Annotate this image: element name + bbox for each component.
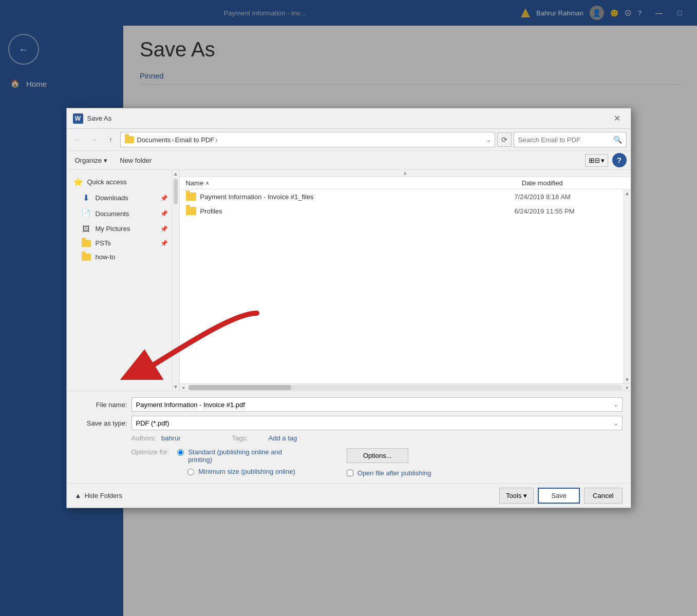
sidebar-item-my-pictures[interactable]: 🖼 My Pictures 📌 [67,221,172,236]
hide-folders-button[interactable]: ▲ Hide Folders [75,492,123,499]
file-list-area: Payment Information - Invoice #1_files 7… [180,189,631,383]
address-path1: Documents [137,136,171,144]
radio-min-row: Minimum size (publishing online) [177,468,295,475]
sidebar-item-downloads[interactable]: ⬇ Downloads 📌 [67,190,172,206]
cancel-button[interactable]: Cancel [584,488,622,504]
tools-button[interactable]: Tools ▾ [499,488,534,504]
table-row[interactable]: Profiles 6/24/2019 11:55 PM [180,204,624,218]
save-button[interactable]: Save [538,488,580,504]
save-type-row: Save as type: PDF (*.pdf) ⌄ [75,416,623,430]
howto-label: how-to [96,253,116,261]
open-after-row: Open file after publishing [347,469,431,477]
horizontal-scrollbar[interactable]: ◂ ▸ [180,383,631,391]
tags-label: Tags: [232,434,248,442]
view-button[interactable]: ⊞⊟ ▾ [585,154,608,167]
address-sep2: › [215,136,217,144]
pictures-icon-container: 🖼 [81,224,91,233]
close-button[interactable]: ✕ [610,112,625,125]
quick-access-icon-container: ⭐ [73,177,83,187]
search-input[interactable] [518,136,613,144]
file-name-input[interactable]: ⌄ [131,397,623,412]
refresh-button[interactable]: ⟳ [497,132,512,147]
top-scroll-area: ∧ [180,170,631,177]
footer-buttons: Tools ▾ Save Cancel [499,488,622,504]
new-folder-button[interactable]: New folder [116,155,156,166]
star-icon: ⭐ [73,177,83,187]
dialog-title: Save As [87,114,610,122]
h-scroll-left[interactable]: ◂ [180,384,186,390]
dialog-content: ▲ ▼ ⭐ Quick access ⬇ [67,170,631,391]
save-type-select[interactable]: PDF (*.pdf) ⌄ [131,416,623,430]
file-list-header: Name ∧ Date modified [180,177,631,189]
address-bar[interactable]: Documents › Email to PDF › ⌄ [120,132,495,147]
organize-label: Organize [75,157,102,164]
view-icon: ⊞⊟ [589,157,600,164]
back-nav-button[interactable]: ← [71,132,85,147]
top-scroll-thumb[interactable]: ∧ [403,170,407,176]
options-button[interactable]: Options... [347,448,408,463]
open-after-checkbox[interactable] [347,470,353,476]
dialog-overlay: W Save As ✕ ← → ↑ Documents › Email to P… [0,0,697,616]
savetype-dropdown-arrow[interactable]: ⌄ [614,420,618,426]
right-scroll-down[interactable]: ▼ [625,377,630,382]
file-name-field[interactable] [136,401,614,409]
left-panel-scrollbar[interactable]: ▲ ▼ [172,170,179,391]
radio-minimum[interactable] [187,469,194,475]
col-header-date[interactable]: Date modified [522,179,625,187]
tools-dropdown-arrow: ▾ [523,492,527,499]
search-icon-button[interactable]: 🔍 [613,136,622,144]
filename-dropdown-arrow[interactable]: ⌄ [614,402,618,408]
authors-value[interactable]: bahrur [161,434,181,442]
col-date-label: Date modified [522,179,563,187]
radio-standard-group: Standard (publishing online and printing… [177,448,295,475]
right-scroll-up[interactable]: ▲ [625,190,630,196]
psts-label: PSTs [96,239,111,247]
h-scroll-thumb[interactable] [189,385,291,390]
sidebar-item-quick-access[interactable]: ⭐ Quick access [67,174,172,190]
help-button[interactable]: ? [612,153,627,167]
file-name-row: File name: ⌄ [75,397,623,412]
scroll-up-arrow[interactable]: ▲ [173,171,178,177]
address-path2: Email to PDF [175,136,215,144]
save-type-value: PDF (*.pdf) [136,419,169,427]
tags-value[interactable]: Add a tag [269,434,297,442]
organize-button[interactable]: Organize ▾ [71,155,112,166]
col-header-name[interactable]: Name ∧ [186,179,522,187]
search-box[interactable]: 🔍 [514,132,627,147]
optimize-label: Optimize for: [131,448,169,456]
radio-minimum-label[interactable]: Minimum size (publishing online) [198,468,295,475]
radio-standard-label[interactable]: Standard (publishing online and printing… [188,448,291,464]
table-row[interactable]: Payment Information - Invoice #1_files 7… [180,189,624,204]
dialog-footer: ▲ Hide Folders Tools ▾ Save Cancel [67,483,631,508]
radio-standard[interactable] [177,449,184,456]
secondary-toolbar: Organize ▾ New folder ⊞⊟ ▾ ? [67,151,631,170]
folder-icon [125,136,134,143]
sidebar-item-documents[interactable]: 📄 Documents 📌 [67,206,172,221]
optimize-left: Optimize for: Standard (publishing onlin… [131,448,295,475]
meta-row: Authors: bahrur Tags: Add a tag [75,434,623,442]
dialog-titlebar: W Save As ✕ [67,108,631,129]
download-icon: ⬇ [83,193,89,203]
optimize-section: Optimize for: Standard (publishing onlin… [75,448,623,477]
pictures-icon: 🖼 [82,224,90,233]
cancel-label: Cancel [593,492,613,499]
address-dropdown-arrow[interactable]: ⌄ [486,137,491,143]
new-folder-label: New folder [120,157,152,164]
scroll-down-arrow[interactable]: ▼ [173,384,178,390]
file-name-2: Profiles [200,207,515,215]
sidebar-item-how-to[interactable]: how-to [67,250,172,264]
right-panel-scrollbar[interactable]: ▲ ▼ [624,189,631,383]
open-after-label[interactable]: Open file after publishing [357,469,431,477]
h-scroll-track [189,385,622,390]
save-label: Save [551,492,567,499]
organize-dropdown-arrow: ▾ [104,157,107,164]
h-scroll-right[interactable]: ▸ [624,384,631,390]
up-nav-button[interactable]: ↑ [104,132,118,147]
scroll-thumb[interactable] [174,179,178,204]
nav-panel-inner: ⭐ Quick access ⬇ Downloads 📌 [67,170,179,268]
file-list-scroll[interactable]: Payment Information - Invoice #1_files 7… [180,189,624,383]
sidebar-item-psts[interactable]: PSTs 📌 [67,236,172,250]
downloads-label: Downloads [96,194,128,202]
forward-nav-button[interactable]: → [87,132,102,147]
documents-icon: 📄 [81,209,91,218]
